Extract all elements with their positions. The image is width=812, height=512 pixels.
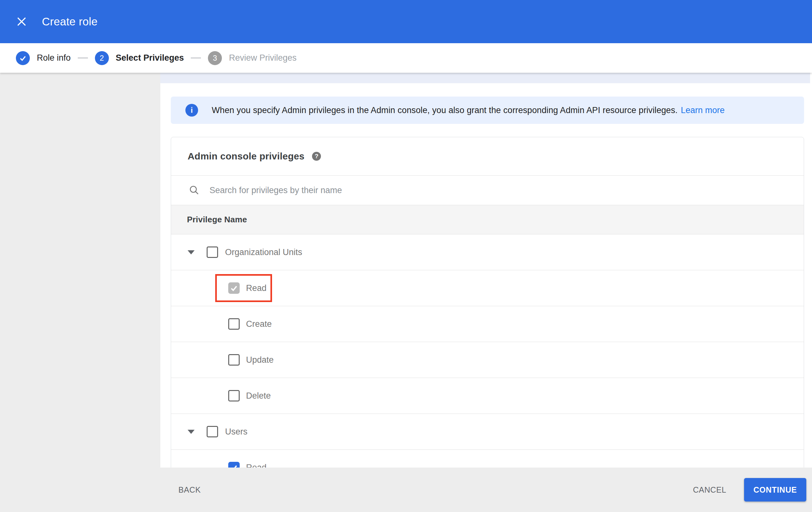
privilege-label: Update: [246, 355, 273, 365]
search-row: [171, 175, 804, 205]
column-header: Privilege Name: [171, 205, 804, 234]
step-connector: [191, 57, 201, 58]
checkbox-create[interactable]: [228, 318, 240, 330]
checkbox-users[interactable]: [207, 426, 218, 437]
expand-triangle-icon[interactable]: [187, 430, 195, 434]
table-row-users: Users: [171, 413, 804, 450]
main-content: i When you specify Admin privileges in t…: [160, 73, 812, 512]
checkbox-wrap: Update: [228, 354, 273, 366]
step-number-circle: 3: [208, 51, 222, 65]
checkbox-wrap: Create: [228, 318, 272, 330]
table-row-read: Read: [171, 270, 804, 306]
scrolled-content-strip: [160, 73, 810, 83]
privilege-label: Organizational Units: [225, 247, 302, 257]
help-icon[interactable]: ?: [312, 152, 321, 161]
privilege-label: Users: [225, 427, 248, 437]
step-review-privileges[interactable]: 3 Review Privileges: [208, 51, 296, 65]
table-row-create: Create: [171, 306, 804, 342]
checkbox-read[interactable]: [228, 282, 240, 294]
step-label: Role info: [37, 53, 71, 63]
info-banner-text: When you specify Admin privileges in the…: [212, 105, 678, 115]
checkbox-delete[interactable]: [228, 390, 240, 402]
checkbox-organizational-units[interactable]: [207, 246, 218, 258]
stepper: Role info 2 Select Privileges 3 Review P…: [0, 43, 812, 73]
privilege-rows: Organizational UnitsReadCreateUpdateDele…: [171, 234, 804, 485]
footer-bar: BACK CANCEL CONTINUE: [0, 467, 812, 512]
search-icon: [188, 185, 200, 196]
expand-triangle-icon[interactable]: [187, 250, 195, 254]
search-input[interactable]: [209, 186, 717, 195]
privileges-card: Admin console privileges ? Privilege Nam…: [171, 137, 804, 512]
card-title: Admin console privileges: [187, 151, 304, 162]
checkbox-update[interactable]: [228, 354, 240, 366]
step-role-info[interactable]: Role info: [16, 51, 71, 65]
close-button[interactable]: [11, 11, 32, 32]
info-icon: i: [185, 104, 198, 116]
privilege-label: Read: [246, 283, 267, 293]
check-icon: [230, 284, 238, 293]
checkbox-wrap: Organizational Units: [207, 246, 302, 258]
step-complete-circle: [16, 51, 30, 65]
check-icon: [19, 54, 27, 62]
step-connector: [78, 57, 88, 58]
step-label: Review Privileges: [229, 53, 296, 63]
cancel-button[interactable]: CANCEL: [693, 485, 726, 494]
continue-button[interactable]: CONTINUE: [744, 478, 806, 502]
table-row-delete: Delete: [171, 378, 804, 413]
learn-more-link[interactable]: Learn more: [681, 105, 725, 115]
dialog-header: Create role: [0, 0, 812, 43]
step-label: Select Privileges: [116, 53, 184, 63]
checkbox-wrap: Users: [207, 426, 248, 437]
table-row-update: Update: [171, 342, 804, 378]
back-button[interactable]: BACK: [178, 485, 201, 494]
card-header: Admin console privileges ?: [171, 137, 804, 175]
close-icon: [16, 16, 27, 27]
table-row-organizational-units: Organizational Units: [171, 234, 804, 270]
step-select-privileges[interactable]: 2 Select Privileges: [95, 51, 184, 65]
step-number-circle: 2: [95, 51, 109, 65]
page-title: Create role: [42, 15, 97, 28]
info-banner: i When you specify Admin privileges in t…: [171, 97, 804, 124]
highlight-box: Read: [215, 274, 272, 302]
checkbox-wrap: Delete: [228, 390, 271, 402]
privilege-label: Create: [246, 319, 272, 329]
privilege-label: Delete: [246, 391, 271, 401]
